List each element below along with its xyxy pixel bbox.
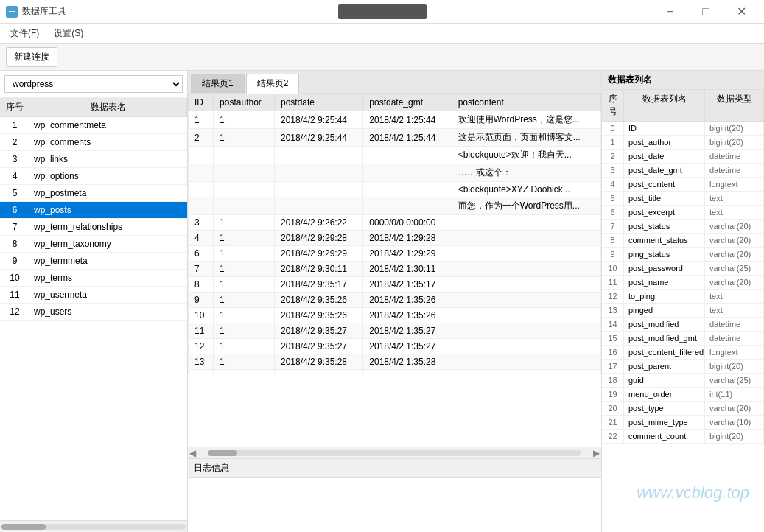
table-row[interactable]: <blockquote>XYZ Doohick... (189, 182, 601, 197)
right-row[interactable]: 17 post_parent bigint(20) (602, 360, 764, 374)
table-row[interactable]: 1212018/4/2 9:35:272018/4/2 1:35:27 (189, 339, 601, 354)
right-row[interactable]: 11 post_name varchar(20) (602, 276, 764, 290)
right-row[interactable]: 9 ping_status varchar(20) (602, 248, 764, 262)
table-row[interactable]: 412018/4/2 9:29:282018/4/2 1:29:28 (189, 231, 601, 246)
right-row-name: guid (624, 374, 705, 387)
right-row[interactable]: 2 post_date datetime (602, 150, 764, 164)
table-cell: 1 (189, 111, 214, 129)
right-row[interactable]: 15 post_modified_gmt datetime (602, 332, 764, 346)
table-cell: 6 (189, 246, 214, 262)
right-row[interactable]: 0 ID bigint(20) (602, 122, 764, 136)
table-row[interactable]: 1312018/4/2 9:35:282018/4/2 1:35:28 (189, 354, 601, 370)
right-row-type: text (705, 206, 764, 219)
results-scroll-wrapper[interactable]: IDpostauthorpostdatepostdate_gmtpostcont… (188, 94, 601, 374)
right-row[interactable]: 7 post_status varchar(20) (602, 220, 764, 234)
table-cell (452, 246, 600, 262)
table-cell: 8 (189, 277, 214, 293)
right-row[interactable]: 6 post_excerpt text (602, 206, 764, 220)
table-row-num: 1 (0, 117, 29, 133)
tab-结果页2[interactable]: 结果页2 (246, 74, 300, 94)
right-row-num: 18 (602, 374, 624, 387)
right-row[interactable]: 5 post_title text (602, 192, 764, 206)
tab-结果页1[interactable]: 结果页1 (191, 74, 245, 93)
table-row[interactable]: 1wp_commentmeta (0, 117, 187, 134)
table-cell: 2018/4/2 1:35:27 (363, 323, 452, 339)
left-scrollbar[interactable] (0, 520, 187, 532)
table-row[interactable]: 7wp_term_relationships (0, 219, 187, 236)
table-cell (214, 147, 275, 164)
right-row[interactable]: 14 post_modified datetime (602, 318, 764, 332)
right-row-name: post_content (624, 178, 705, 191)
close-button[interactable]: ✕ (724, 0, 758, 24)
table-row-num: 9 (0, 253, 29, 269)
table-cell: <blockquote>XYZ Doohick... (452, 182, 600, 197)
table-row[interactable]: 12wp_users (0, 304, 187, 321)
db-selector[interactable]: wordpress (0, 71, 187, 98)
table-row[interactable]: <blockquote>欢迎！我自天... (189, 147, 601, 164)
table-row[interactable]: 10wp_terms (0, 270, 187, 287)
table-row[interactable]: 而您，作为一个WordPress用... (189, 197, 601, 215)
scroll-right-arrow[interactable]: ▶ (593, 448, 600, 458)
right-row[interactable]: 12 to_ping text (602, 290, 764, 304)
maximize-button[interactable]: □ (689, 0, 723, 24)
table-row[interactable]: 8wp_term_taxonomy (0, 236, 187, 253)
app-title: 数据库工具 (22, 5, 66, 18)
table-row-num: 5 (0, 185, 29, 201)
window-controls[interactable]: − □ ✕ (653, 0, 758, 24)
right-row[interactable]: 16 post_content_filtered longtext (602, 346, 764, 360)
table-row[interactable]: 5wp_postmeta (0, 185, 187, 202)
table-row[interactable]: 6wp_posts (0, 202, 187, 219)
right-row[interactable]: 3 post_date_gmt datetime (602, 164, 764, 178)
minimize-button[interactable]: − (653, 0, 687, 24)
table-row[interactable]: 312018/4/2 9:26:220000/0/0 0:00:00 (189, 215, 601, 231)
right-row[interactable]: 18 guid varchar(25) (602, 374, 764, 388)
db-select[interactable]: wordpress (4, 75, 183, 93)
table-cell: 13 (189, 354, 214, 370)
h-scroll-track[interactable] (208, 450, 581, 456)
right-row[interactable]: 10 post_password varchar(25) (602, 262, 764, 276)
table-row[interactable]: 612018/4/2 9:29:292018/4/2 1:29:29 (189, 246, 601, 262)
menu-file[interactable]: 文件(F) (3, 24, 46, 43)
table-row[interactable]: 1412018/4/2 9:35:282018/4/2 1:35:28 (189, 370, 601, 374)
right-row[interactable]: 19 menu_order int(11) (602, 388, 764, 402)
right-row-type: varchar(25) (705, 374, 764, 387)
table-cell: 12 (189, 339, 214, 354)
table-row[interactable]: 112018/4/2 9:25:442018/4/2 1:25:44欢迎使用Wo… (189, 111, 601, 129)
left-scroll-thumb[interactable] (1, 524, 46, 530)
right-row[interactable]: 13 pinged text (602, 304, 764, 318)
h-scrollbar[interactable]: ◀ ▶ (188, 447, 601, 458)
svg-rect-1 (9, 10, 15, 10)
h-scroll-thumb[interactable] (208, 450, 237, 456)
right-row[interactable]: 1 post_author bigint(20) (602, 136, 764, 150)
right-row[interactable]: 22 comment_count bigint(20) (602, 430, 764, 444)
table-row[interactable]: 9wp_termmeta (0, 253, 187, 270)
new-connection-button[interactable]: 新建连接 (6, 47, 57, 67)
right-row[interactable]: 21 post_mime_type varchar(10) (602, 416, 764, 430)
table-row[interactable]: 912018/4/2 9:35:262018/4/2 1:35:26 (189, 293, 601, 308)
table-row[interactable]: 4wp_options (0, 168, 187, 185)
right-row[interactable]: 4 post_content longtext (602, 178, 764, 192)
table-row[interactable]: 212018/4/2 9:25:442018/4/2 1:25:44这是示范页面… (189, 129, 601, 147)
table-row[interactable]: 812018/4/2 9:35:172018/4/2 1:35:17 (189, 277, 601, 293)
table-cell (452, 293, 600, 308)
right-row[interactable]: 20 post_type varchar(20) (602, 402, 764, 416)
table-row[interactable]: 712018/4/2 9:30:112018/4/2 1:30:11 (189, 262, 601, 277)
table-cell: 欢迎使用WordPress，这是您... (452, 111, 600, 129)
right-row-name: pinged (624, 304, 705, 317)
table-row[interactable]: 1112018/4/2 9:35:272018/4/2 1:35:27 (189, 323, 601, 339)
table-row[interactable]: ……或这个： (189, 164, 601, 182)
left-scroll-track[interactable] (1, 524, 186, 530)
table-row-name: wp_commentmeta (29, 117, 187, 133)
right-row[interactable]: 8 comment_status varchar(20) (602, 234, 764, 248)
menu-settings[interactable]: 设置(S) (46, 24, 91, 43)
main-container: wordpress 序号 数据表名 1wp_commentmeta2wp_com… (0, 71, 764, 532)
table-row[interactable]: 1012018/4/2 9:35:262018/4/2 1:35:26 (189, 308, 601, 323)
title-bar-left: 数据库工具 (6, 5, 66, 18)
table-row[interactable]: 2wp_comments (0, 134, 187, 151)
table-row-name: wp_terms (29, 270, 187, 286)
table-cell: 2018/4/2 9:35:17 (274, 277, 362, 293)
table-row[interactable]: 11wp_usermeta (0, 287, 187, 304)
table-row[interactable]: 3wp_links (0, 151, 187, 168)
scroll-left-arrow[interactable]: ◀ (189, 448, 196, 458)
table-cell: 9 (189, 293, 214, 308)
